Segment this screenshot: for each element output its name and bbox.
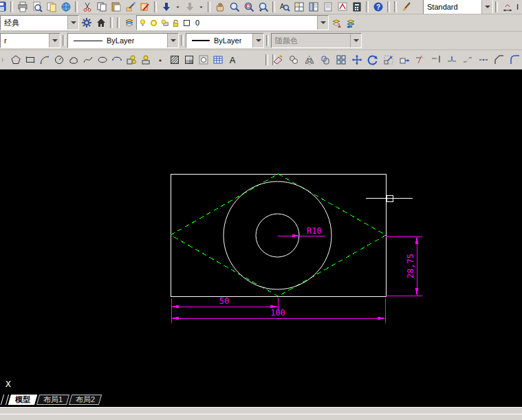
help-icon[interactable]: ? xyxy=(372,1,384,13)
tab-model[interactable]: 模型 xyxy=(8,395,37,405)
layer-unlock-icon[interactable] xyxy=(171,18,181,28)
redo-dropdown-icon[interactable] xyxy=(198,1,204,13)
toolbar-separator xyxy=(394,1,397,12)
table-icon[interactable] xyxy=(212,54,224,66)
markup-icon[interactable] xyxy=(336,1,348,13)
stretch-icon[interactable] xyxy=(398,54,410,66)
diamond-centerline-entity[interactable] xyxy=(171,174,386,296)
layer-properties-manager-icon[interactable] xyxy=(123,17,135,29)
layer-combo[interactable]: 0 xyxy=(136,15,329,30)
make-block-icon[interactable] xyxy=(140,54,151,66)
hatch-icon[interactable] xyxy=(168,54,180,66)
layer-thaw-sun-icon[interactable] xyxy=(149,18,159,28)
insert-block-icon[interactable] xyxy=(125,54,137,66)
properties-brush-icon[interactable] xyxy=(400,1,412,13)
find-icon[interactable]: A xyxy=(279,1,290,13)
fillet-icon[interactable] xyxy=(509,54,521,66)
chamfer-icon[interactable] xyxy=(493,54,505,66)
linetype-combo-arrow[interactable] xyxy=(167,34,178,47)
dim-style-icon[interactable] xyxy=(501,1,513,13)
plot-style-combo-value: 随颜色 xyxy=(272,36,298,46)
workspace-combo[interactable]: 经典 xyxy=(0,15,79,30)
circle-icon[interactable] xyxy=(53,54,65,66)
plot-icon[interactable] xyxy=(17,1,28,13)
region-icon[interactable] xyxy=(197,54,209,66)
linetype-combo[interactable]: ByLayer xyxy=(67,33,179,48)
rectangle-icon[interactable] xyxy=(24,54,36,66)
workspace-settings-gear-icon[interactable] xyxy=(80,17,92,29)
tab-layout1[interactable]: 布局1 xyxy=(36,395,69,405)
pan-icon[interactable] xyxy=(214,1,226,13)
publish-icon[interactable] xyxy=(45,1,57,13)
quickcalc-icon[interactable] xyxy=(351,1,362,13)
polygon-icon[interactable] xyxy=(10,54,21,66)
cut-icon[interactable] xyxy=(81,1,93,13)
radius-dimension[interactable]: R10 xyxy=(278,226,325,238)
vertical-dimension[interactable]: 28,75 xyxy=(386,236,422,296)
arc-icon[interactable] xyxy=(39,54,50,66)
tab-label: 布局2 xyxy=(76,395,95,404)
draw-clipped-icon[interactable] xyxy=(1,54,7,66)
toolbar-separator xyxy=(110,17,113,28)
layer-previous-icon[interactable] xyxy=(345,17,356,29)
gradient-icon[interactable] xyxy=(183,54,195,66)
undo-icon[interactable] xyxy=(160,1,172,13)
break-icon[interactable] xyxy=(461,54,473,66)
tool-palettes-icon[interactable] xyxy=(307,1,319,13)
undo-dropdown-icon[interactable] xyxy=(175,1,181,13)
layer-viewport-freeze-icon[interactable] xyxy=(160,18,170,28)
color-combo-arrow[interactable] xyxy=(49,34,60,47)
mtext-icon[interactable]: A xyxy=(226,54,238,66)
revision-cloud-icon[interactable] xyxy=(67,54,79,66)
workspace-combo-value: 经典 xyxy=(1,18,19,28)
erase-icon[interactable] xyxy=(272,54,283,66)
redo-icon[interactable] xyxy=(184,1,195,13)
toolbar-separator xyxy=(181,35,184,46)
sheet-set-manager-icon[interactable] xyxy=(322,1,334,13)
plot-preview-icon[interactable] xyxy=(31,1,43,13)
point-icon[interactable] xyxy=(154,54,166,66)
web-icon[interactable] xyxy=(60,1,72,13)
rectangle-entity[interactable] xyxy=(171,174,386,296)
plot-style-combo: 随颜色 xyxy=(271,33,362,48)
trim-icon[interactable] xyxy=(414,54,426,66)
color-combo[interactable]: r xyxy=(0,33,61,48)
full-width-dimension-text: 100 xyxy=(270,308,285,318)
paste-icon[interactable] xyxy=(110,1,122,13)
match-properties-icon[interactable] xyxy=(124,1,136,13)
ellipse-icon[interactable] xyxy=(96,54,108,66)
zoom-previous-icon[interactable] xyxy=(257,1,269,13)
offset-icon[interactable] xyxy=(319,54,331,66)
move-icon[interactable] xyxy=(351,54,362,66)
lineweight-combo-arrow[interactable] xyxy=(252,34,263,47)
save-icon[interactable] xyxy=(0,1,7,13)
color-combo-value: r xyxy=(1,36,7,45)
spline-icon[interactable] xyxy=(82,54,94,66)
block-editor-icon[interactable] xyxy=(139,1,151,13)
copy-icon[interactable] xyxy=(96,1,107,13)
layer-on-bulb-icon[interactable] xyxy=(138,18,148,28)
designcenter-icon[interactable] xyxy=(293,1,305,13)
text-style-combo[interactable]: Standard xyxy=(423,0,493,14)
workspace-combo-arrow[interactable] xyxy=(67,16,78,30)
text-style-combo-arrow[interactable] xyxy=(481,0,492,14)
layer-combo-arrow[interactable] xyxy=(317,16,328,30)
lineweight-combo[interactable]: ByLayer xyxy=(186,33,264,48)
rotate-icon[interactable] xyxy=(367,54,378,66)
zoom-window-icon[interactable] xyxy=(243,1,254,13)
zoom-realtime-icon[interactable] xyxy=(228,1,240,13)
tab-strip-edge-mark xyxy=(1,395,4,405)
copy-object-icon[interactable] xyxy=(287,54,299,66)
drawing-canvas[interactable]: R10 28,75 50 xyxy=(0,69,522,394)
half-width-dimension[interactable]: 50 xyxy=(171,296,278,311)
my-workspace-icon[interactable] xyxy=(95,17,107,29)
mirror-icon[interactable] xyxy=(303,54,315,66)
join-icon[interactable] xyxy=(477,54,489,66)
break-at-point-icon[interactable] xyxy=(446,54,457,66)
array-icon[interactable] xyxy=(335,54,347,66)
make-object-layer-current-icon[interactable] xyxy=(330,17,342,29)
tab-layout2[interactable]: 布局2 xyxy=(69,395,102,405)
ellipse-arc-icon[interactable] xyxy=(111,54,122,66)
extend-icon[interactable] xyxy=(430,54,442,66)
scale-icon[interactable] xyxy=(382,54,394,66)
